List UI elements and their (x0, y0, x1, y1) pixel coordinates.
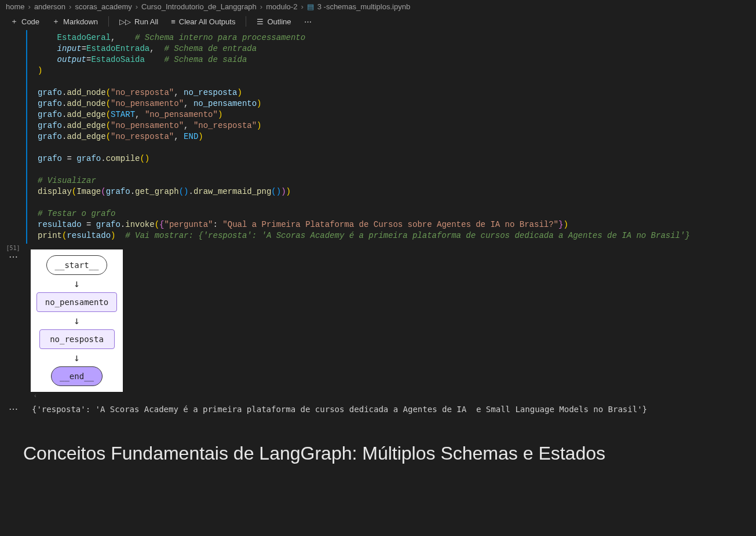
run-all-label: Run All (134, 17, 158, 26)
markdown-heading: Conceitos Fundamentais de LangGraph: Múl… (0, 425, 605, 464)
scroll-left-indicator: ‹ (31, 392, 739, 399)
outline-label: Outline (267, 17, 291, 26)
arrow-down-icon (74, 281, 80, 287)
cell-gutter: [51] ⋯ (0, 244, 26, 262)
crumb-curso[interactable]: Curso_Introdutorio_de_Langgraph (141, 2, 257, 11)
clear-icon: ≡ (171, 17, 176, 26)
graph-node-end: __end__ (51, 366, 103, 386)
cell-menu-button[interactable]: ⋯ (9, 403, 18, 414)
add-code-label: Code (21, 17, 39, 26)
more-button[interactable]: ⋯ (298, 16, 317, 28)
chevron-right-icon: › (301, 2, 303, 11)
notebook-file-icon: ▤ (307, 2, 314, 11)
cell-menu-button[interactable]: ⋯ (9, 251, 18, 262)
add-markdown-button[interactable]: ＋ Markdown (46, 14, 104, 28)
chevron-right-icon: › (260, 2, 262, 11)
output-cell-graph: [51] ⋯ __start__ no_pensamento no_respos… (0, 244, 756, 402)
run-all-button[interactable]: ▷▷ Run All (114, 16, 164, 28)
crumb-modulo[interactable]: modulo-2 (266, 2, 297, 11)
notebook-toolbar: ＋ Code ＋ Markdown ▷▷ Run All ≡ Clear All… (0, 13, 756, 30)
chevron-right-icon: › (28, 2, 31, 11)
plus-icon: ＋ (10, 16, 18, 27)
crumb-home[interactable]: home (6, 2, 25, 11)
stdout-output: {'resposta': 'A Scoras Academy é a prime… (26, 402, 744, 425)
breadcrumb: home › anderson › scoras_academy › Curso… (0, 0, 756, 13)
add-markdown-label: Markdown (63, 17, 98, 26)
toolbar-divider (246, 16, 246, 27)
markdown-cell[interactable]: Conceitos Fundamentais de LangGraph: Múl… (0, 425, 756, 464)
execution-count: [51] (6, 245, 20, 251)
graph-node-resposta: no_resposta (39, 329, 115, 349)
notebook-body: EstadoGeral, # Schema interno para proce… (0, 30, 756, 464)
cell-gutter (0, 30, 26, 31)
arrow-down-icon (74, 355, 80, 361)
plus-icon: ＋ (52, 16, 60, 27)
toolbar-divider (108, 16, 109, 27)
arrow-down-icon (74, 318, 80, 324)
graph-node-pensamento: no_pensamento (36, 292, 118, 312)
chevron-right-icon: › (69, 2, 71, 11)
graph-output-image: __start__ no_pensamento no_resposta __en… (31, 249, 123, 392)
code-cell[interactable]: EstadoGeral, # Schema interno para proce… (0, 30, 756, 244)
crumb-scoras[interactable]: scoras_academy (75, 2, 132, 11)
crumb-file[interactable]: 3 -schemas_multiplos.ipynb (317, 2, 410, 11)
add-code-button[interactable]: ＋ Code (5, 14, 45, 28)
chevron-right-icon: › (136, 2, 138, 11)
crumb-anderson[interactable]: anderson (34, 2, 65, 11)
cell-gutter: ⋯ (0, 402, 26, 414)
outline-icon: ☰ (257, 17, 264, 26)
clear-outputs-button[interactable]: ≡ Clear All Outputs (165, 16, 241, 28)
graph-node-start: __start__ (46, 255, 108, 275)
run-all-icon: ▷▷ (119, 17, 131, 26)
ellipsis-icon: ⋯ (304, 17, 312, 26)
output-cell-text: ⋯ {'resposta': 'A Scoras Academy é a pri… (0, 402, 756, 425)
code-editor[interactable]: EstadoGeral, # Schema interno para proce… (27, 30, 744, 244)
clear-outputs-label: Clear All Outputs (179, 17, 236, 26)
outline-button[interactable]: ☰ Outline (251, 16, 297, 28)
